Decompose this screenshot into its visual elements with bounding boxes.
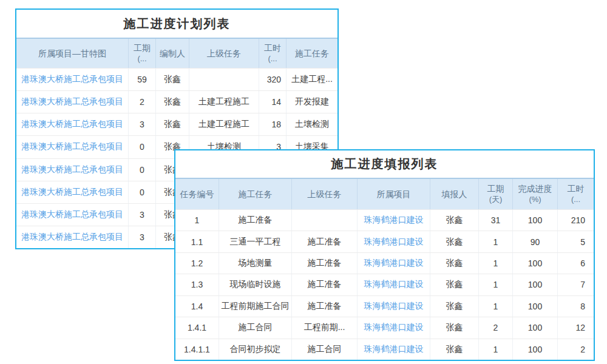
cell-task: 开发报建 (287, 91, 337, 113)
table-row: 港珠澳大桥施工总承包项目3张鑫土建工程施工18土壤检测 (16, 113, 337, 135)
cell-reporter: 张鑫 (430, 296, 479, 317)
cell-task: 工程前期施工合同 (219, 296, 292, 317)
cell-parent_task: 施工准备 (292, 231, 358, 252)
column-header-duration: 工期(... (129, 39, 156, 68)
column-header-hours: 工时(... (558, 179, 594, 209)
progress-report-table-panel: 施工进度填报列表 任务编号施工任务上级任务所属项目填报人工期(天)完成进度(%)… (174, 149, 595, 361)
cell-hours: 6 (558, 253, 594, 274)
cell-parent_task: 施工准备 (292, 296, 358, 317)
table-row: 1.4.1.1合同初步拟定施工合同珠海鹤港口建设张鑫11002 (175, 339, 594, 360)
project-link[interactable]: 港珠澳大桥施工总承包项目 (16, 181, 129, 203)
cell-duration: 0 (129, 159, 156, 181)
project-link[interactable]: 珠海鹤港口建设 (358, 231, 430, 252)
cell-duration: 1 (479, 231, 513, 252)
report-table-title: 施工进度填报列表 (175, 150, 594, 178)
project-link[interactable]: 港珠澳大桥施工总承包项目 (16, 159, 129, 181)
column-header-project: 所属项目—甘特图 (16, 39, 129, 68)
cell-author: 张鑫 (156, 91, 189, 113)
cell-parent_task: 土建工程施工 (189, 113, 259, 135)
cell-hours: 8 (558, 296, 594, 317)
cell-task: 合同初步拟定 (219, 339, 292, 360)
cell-duration: 31 (479, 210, 513, 231)
cell-duration: 0 (129, 136, 156, 158)
cell-parent_task: 土建工程施工 (189, 91, 259, 113)
cell-reporter: 张鑫 (430, 231, 479, 252)
project-link[interactable]: 港珠澳大桥施工总承包项目 (16, 204, 129, 226)
column-header-parent_task: 上级任务 (189, 39, 259, 68)
cell-task: 三通一平工程 (219, 231, 292, 252)
cell-task_no: 1.4.1 (175, 317, 219, 338)
cell-parent_task: 施工合同 (292, 339, 358, 360)
cell-progress: 100 (513, 253, 558, 274)
column-header-duration: 工期(天) (479, 179, 513, 209)
project-link[interactable]: 珠海鹤港口建设 (358, 317, 430, 338)
project-link[interactable]: 珠海鹤港口建设 (358, 296, 430, 317)
column-header-task: 施工任务 (287, 39, 337, 68)
cell-task: 施工准备 (219, 210, 292, 231)
table-row: 1.4.1施工合同工程前期...珠海鹤港口建设张鑫210012 (175, 317, 594, 338)
table-row: 1施工准备珠海鹤港口建设张鑫31100210 (175, 209, 594, 231)
cell-task: 现场临时设施 (219, 274, 292, 295)
project-link[interactable]: 珠海鹤港口建设 (358, 339, 430, 360)
report-table-body: 1施工准备珠海鹤港口建设张鑫311002101.1三通一平工程施工准备珠海鹤港口… (175, 209, 594, 360)
project-link[interactable]: 港珠澳大桥施工总承包项目 (16, 91, 129, 113)
cell-progress: 100 (513, 274, 558, 295)
cell-task: 施工合同 (219, 317, 292, 338)
column-header-author: 编制人 (156, 39, 189, 68)
cell-task_no: 1.1 (175, 231, 219, 252)
cell-progress: 100 (513, 317, 558, 338)
cell-duration: 1 (479, 296, 513, 317)
project-link[interactable]: 珠海鹤港口建设 (358, 274, 430, 295)
column-header-reporter: 填报人 (430, 179, 479, 209)
cell-parent_task (292, 210, 358, 231)
cell-hours: 210 (558, 210, 594, 231)
cell-task: 土建工程... (287, 69, 337, 90)
cell-task: 场地测量 (219, 253, 292, 274)
project-link[interactable]: 珠海鹤港口建设 (358, 253, 430, 274)
cell-progress: 100 (513, 210, 558, 231)
column-header-parent_task: 上级任务 (292, 179, 358, 209)
column-header-progress: 完成进度(%) (513, 179, 558, 209)
cell-hours: 5 (558, 231, 594, 252)
cell-duration: 59 (129, 69, 156, 90)
cell-duration: 1 (479, 274, 513, 295)
cell-hours: 7 (558, 274, 594, 295)
cell-duration: 2 (479, 317, 513, 338)
project-link[interactable]: 港珠澳大桥施工总承包项目 (16, 69, 129, 90)
cell-task_no: 1.4.1.1 (175, 339, 219, 360)
cell-duration: 0 (129, 181, 156, 203)
cell-task: 土壤检测 (287, 113, 337, 135)
cell-hours: 12 (558, 317, 594, 338)
table-row: 1.3现场临时设施施工准备珠海鹤港口建设张鑫11007 (175, 274, 594, 295)
cell-duration: 2 (129, 91, 156, 113)
cell-author: 张鑫 (156, 113, 189, 135)
column-header-project: 所属项目 (358, 179, 430, 209)
cell-progress: 90 (513, 231, 558, 252)
cell-task_no: 1.3 (175, 274, 219, 295)
cell-author: 张鑫 (156, 69, 189, 90)
table-row: 港珠澳大桥施工总承包项目59张鑫320土建工程... (16, 68, 337, 90)
project-link[interactable]: 港珠澳大桥施工总承包项目 (16, 226, 129, 248)
table-row: 港珠澳大桥施工总承包项目2张鑫土建工程施工14开发报建 (16, 90, 337, 113)
cell-duration: 3 (129, 226, 156, 248)
project-link[interactable]: 港珠澳大桥施工总承包项目 (16, 136, 129, 158)
cell-reporter: 张鑫 (430, 253, 479, 274)
column-header-task_no: 任务编号 (175, 179, 219, 209)
table-row: 1.4工程前期施工合同施工准备珠海鹤港口建设张鑫11008 (175, 295, 594, 317)
table-row: 1.1三通一平工程施工准备珠海鹤港口建设张鑫1905 (175, 231, 594, 252)
cell-hours: 18 (259, 113, 287, 135)
cell-parent_task (189, 69, 259, 90)
cell-duration: 1 (479, 253, 513, 274)
cell-hours: 320 (259, 69, 287, 90)
cell-reporter: 张鑫 (430, 210, 479, 231)
column-header-hours: 工时(... (259, 39, 287, 68)
cell-reporter: 张鑫 (430, 339, 479, 360)
plan-table-header-row: 所属项目—甘特图工期(...编制人上级任务工时(...施工任务 (16, 38, 337, 68)
table-row: 1.2场地测量施工准备珠海鹤港口建设张鑫11006 (175, 252, 594, 274)
cell-duration: 1 (479, 339, 513, 360)
cell-progress: 100 (513, 296, 558, 317)
cell-parent_task: 工程前期... (292, 317, 358, 338)
report-table-header-row: 任务编号施工任务上级任务所属项目填报人工期(天)完成进度(%)工时(... (175, 178, 594, 209)
project-link[interactable]: 珠海鹤港口建设 (358, 210, 430, 231)
project-link[interactable]: 港珠澳大桥施工总承包项目 (16, 113, 129, 135)
